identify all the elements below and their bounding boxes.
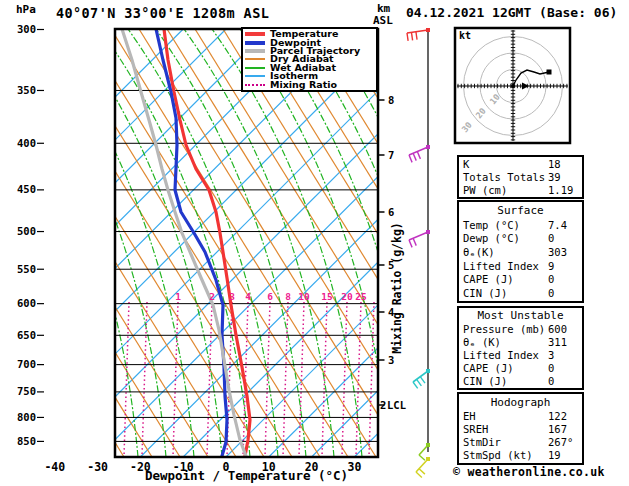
copyright-label: © weatheronline.co.uk [453, 465, 605, 479]
databox-row-value: 167 [548, 423, 567, 435]
pressure-tick-label: 650 [17, 329, 36, 341]
databox-row: EH122 [459, 410, 582, 422]
databox-row-value: 19 [548, 449, 561, 461]
legend-swatch-temperature [245, 32, 265, 36]
databox-row-label: θₑ (K) [463, 336, 548, 348]
pressure-tick-label: 700 [17, 358, 36, 370]
pressure-tick-label: 350 [17, 84, 36, 96]
datetime-label: 04.12.2021 12GMT (Base: 06) [406, 5, 617, 20]
pressure-tick-label: 400 [17, 137, 36, 149]
databox-row: Temp (°C)7.4 [459, 219, 582, 231]
databox-indices: K18Totals Totals39PW (cm)1.19 [457, 155, 584, 199]
databox-row-label: EH [463, 410, 548, 422]
mixing-ratio-tick-label: 20 [341, 291, 353, 302]
pressure-unit-label: hPa [16, 3, 36, 16]
hodograph-end-marker [547, 70, 552, 75]
legend-swatch-dewpoint [245, 41, 265, 45]
databox-row-label: CAPE (J) [463, 362, 548, 374]
pressure-tick-label: 750 [17, 385, 36, 397]
databox-row-label: PW (cm) [463, 184, 548, 196]
databox-row: CIN (J)0 [459, 375, 582, 387]
databox-row: StmSpd (kt)19 [459, 449, 582, 461]
km-tick-label: 7 [388, 149, 394, 161]
databox-row: PW (cm)1.19 [459, 184, 582, 196]
databox-row: θₑ(K)303 [459, 246, 582, 258]
databox-row-value: 0 [548, 232, 554, 244]
altitude-unit-asl-label: ASL [373, 14, 393, 27]
pressure-tick-label: 500 [17, 225, 36, 237]
station-title: 40°07'N 33°00'E 1208m ASL [56, 5, 269, 21]
databox-row: Totals Totals39 [459, 171, 582, 183]
pressure-tick-label: 300 [17, 23, 36, 35]
databox-hodograph: HodographEH122SREH167StmDir267°StmSpd (k… [457, 392, 584, 465]
databox-row-value: 600 [548, 323, 567, 335]
mixing-ratio-tick-label: 6 [267, 291, 273, 302]
databox-row: CIN (J)0 [459, 287, 582, 299]
pressure-tick-label: 850 [17, 435, 36, 447]
databox-row-value: 0 [548, 287, 554, 299]
databox-row-value: 0 [548, 362, 554, 374]
databox-row-label: Lifted Index [463, 260, 548, 272]
lcl-label: LCL [387, 399, 406, 411]
databox-row-label: CAPE (J) [463, 273, 548, 285]
wind-barb [409, 230, 430, 247]
databox-row: Lifted Index3 [459, 349, 582, 361]
mixing-ratio-tick-label: 25 [355, 291, 367, 302]
databox-header: Surface [459, 204, 582, 217]
databox-row-value: 39 [548, 171, 561, 183]
temp-tick-label: -40 [44, 460, 65, 474]
wind-barb [409, 145, 430, 162]
pressure-tick-label: 600 [17, 297, 36, 309]
databox-row-label: CIN (J) [463, 287, 548, 299]
databox-row: Dewp (°C)0 [459, 232, 582, 244]
km-tick-label: 2 [380, 399, 386, 411]
wet-adiabat-line [0, 29, 82, 457]
mixing-ratio-tick-label: 2 [209, 291, 215, 302]
databox-row-label: StmDir [463, 436, 548, 448]
hodograph-kt-label: kt [459, 30, 471, 41]
mixing-ratio-tick-label: 8 [285, 291, 291, 302]
databox-row: StmDir267° [459, 436, 582, 448]
databox-row-value: 303 [548, 246, 567, 258]
databox-row-label: K [463, 158, 548, 170]
dry-adiabat-line [0, 29, 96, 457]
wind-barb [407, 28, 430, 41]
databox-row-label: SREH [463, 423, 548, 435]
databox-row-label: Temp (°C) [463, 219, 548, 231]
mixing-ratio-axis-label: Mixing Ratio (g/kg) [390, 203, 404, 373]
legend-swatch-parcel-trajectory [245, 49, 265, 53]
skewt-sounding-app: 1234681015202530035040045050055060065070… [0, 0, 629, 486]
isotherm-line [0, 29, 312, 457]
databox-row-label: Dewp (°C) [463, 232, 548, 244]
mixing-ratio-tick-label: 15 [321, 291, 333, 302]
databox-row-label: θₑ(K) [463, 246, 548, 258]
databox-row-value: 267° [548, 436, 573, 448]
databox-row-value: 1.19 [548, 184, 573, 196]
km-tick-label: 8 [388, 94, 394, 106]
pressure-tick-label: 550 [17, 263, 36, 275]
databox-row-value: 0 [548, 375, 554, 387]
temp-axis-label: Dewpoint / Temperature (°C) [115, 468, 378, 483]
databox-row-value: 122 [548, 410, 567, 422]
mixing-ratio-tick-label: 1 [175, 291, 181, 302]
databox-row-label: Pressure (mb) [463, 323, 548, 335]
legend-swatch-wet-adiabat [245, 67, 265, 69]
legend-swatch-dry-adiabat [245, 58, 265, 60]
databox-row: Lifted Index9 [459, 260, 582, 272]
databox-row-label: Lifted Index [463, 349, 548, 361]
mixing-ratio-tick-label: 3 [229, 291, 235, 302]
hodograph: 102030 [455, 28, 570, 143]
databox-row-value: 9 [548, 260, 554, 272]
databox-header: Hodograph [459, 396, 582, 409]
databox-row-value: 311 [548, 336, 567, 348]
databox-row-value: 18 [548, 158, 561, 170]
databox-row-label: StmSpd (kt) [463, 449, 548, 461]
legend-item: Mixing Ratio [245, 81, 376, 89]
legend: TemperatureDewpointParcel TrajectoryDry … [241, 27, 378, 92]
temp-tick-label: -30 [87, 460, 108, 474]
databox-row-value: 0 [548, 273, 554, 285]
databox-row: CAPE (J)0 [459, 273, 582, 285]
databox-row: K18 [459, 158, 582, 170]
pressure-tick-label: 450 [17, 183, 36, 195]
legend-item-label: Mixing Ratio [270, 81, 337, 89]
